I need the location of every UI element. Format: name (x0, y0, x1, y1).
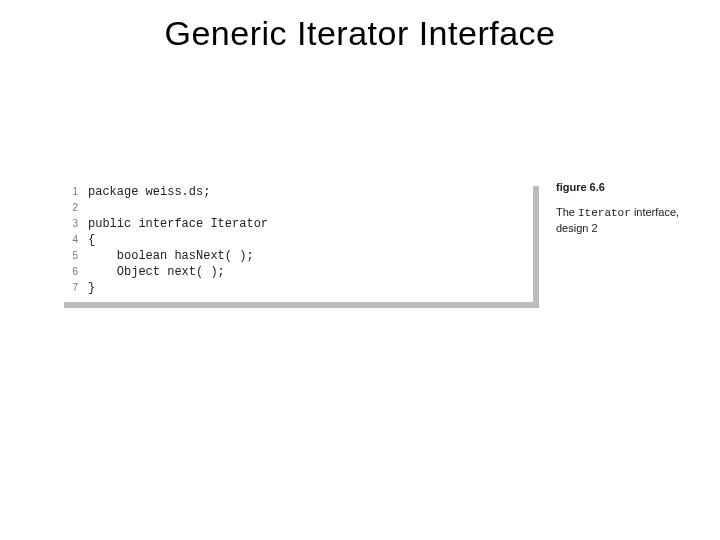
code-shadow-bottom (64, 302, 539, 308)
code-text: } (88, 280, 95, 296)
code-line: 5 boolean hasNext( ); (58, 248, 533, 264)
line-number: 6 (58, 264, 78, 280)
code-line: 3public interface Iterator (58, 216, 533, 232)
code-line: 7} (58, 280, 533, 296)
code-text: { (88, 232, 95, 248)
code-inner: 1package weiss.ds; 2 3public interface I… (58, 180, 533, 302)
caption-prefix: The (556, 206, 578, 218)
code-line: 2 (58, 200, 533, 216)
figure-label: figure 6.6 (556, 180, 696, 195)
code-text: boolean hasNext( ); (88, 248, 254, 264)
figure-caption: figure 6.6 The Iterator interface, desig… (556, 180, 696, 236)
code-text: package weiss.ds; (88, 184, 210, 200)
code-text: public interface Iterator (88, 216, 268, 232)
code-block: 1package weiss.ds; 2 3public interface I… (58, 180, 533, 302)
code-shadow-right (533, 186, 539, 308)
figure-area: 1package weiss.ds; 2 3public interface I… (58, 180, 668, 302)
line-number: 3 (58, 216, 78, 232)
slide: Generic Iterator Interface 1package weis… (0, 0, 720, 540)
line-number: 7 (58, 280, 78, 296)
line-number: 4 (58, 232, 78, 248)
line-number: 1 (58, 184, 78, 200)
slide-title: Generic Iterator Interface (0, 14, 720, 53)
code-line: 6 Object next( ); (58, 264, 533, 280)
figure-description: The Iterator interface, design 2 (556, 205, 696, 236)
code-line: 4{ (58, 232, 533, 248)
code-line: 1package weiss.ds; (58, 184, 533, 200)
line-number: 5 (58, 248, 78, 264)
code-text: Object next( ); (88, 264, 225, 280)
line-number: 2 (58, 200, 78, 216)
caption-code: Iterator (578, 207, 631, 219)
